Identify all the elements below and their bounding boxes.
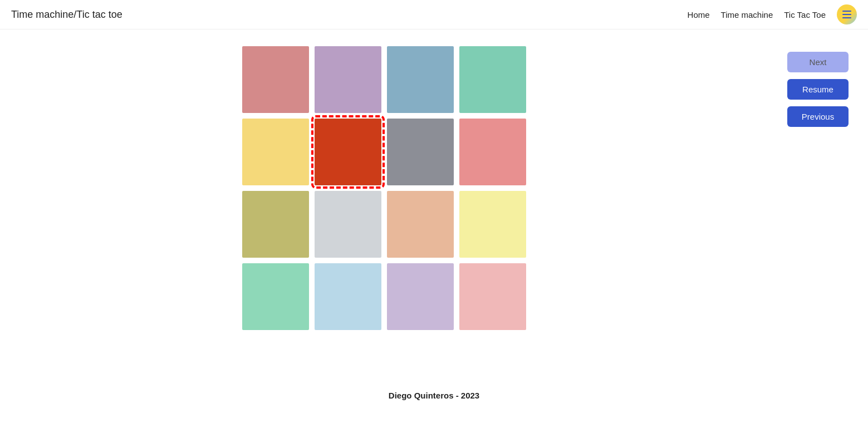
- previous-button[interactable]: Previous: [787, 106, 849, 127]
- grid-cell[interactable]: [459, 263, 526, 330]
- nav-link-tic-tac-toe[interactable]: Tic Tac Toe: [784, 10, 826, 19]
- main-content: Next Resume Previous: [0, 29, 868, 347]
- grid-area: [11, 46, 757, 330]
- grid-cell[interactable]: [387, 119, 454, 185]
- grid-cell[interactable]: [242, 263, 309, 330]
- grid-cell[interactable]: [459, 191, 526, 258]
- grid-cell[interactable]: [242, 191, 309, 258]
- grid-cell[interactable]: [315, 263, 381, 330]
- footer: Diego Quinteros - 2023: [0, 374, 868, 417]
- hamburger-line-1: [842, 11, 851, 12]
- nav-link-time-machine[interactable]: Time machine: [721, 10, 773, 19]
- page-title: Time machine/Tic tac toe: [11, 9, 122, 21]
- hamburger-line-2: [842, 14, 851, 15]
- grid-cell[interactable]: [315, 191, 381, 258]
- grid-cell[interactable]: [387, 46, 454, 113]
- nav-links: Home Time machine Tic Tac Toe: [688, 4, 857, 24]
- grid-cell[interactable]: [242, 46, 309, 113]
- grid-cell[interactable]: [459, 119, 526, 185]
- grid-cell-selected[interactable]: [315, 119, 381, 185]
- footer-text: Diego Quinteros - 2023: [389, 391, 479, 400]
- menu-toggle-button[interactable]: [837, 4, 857, 24]
- resume-button[interactable]: Resume: [787, 79, 849, 100]
- color-grid: [242, 46, 526, 330]
- hamburger-line-3: [842, 17, 851, 18]
- nav-link-home[interactable]: Home: [688, 10, 710, 19]
- next-button[interactable]: Next: [787, 52, 849, 72]
- grid-cell[interactable]: [459, 46, 526, 113]
- grid-cell[interactable]: [387, 263, 454, 330]
- grid-cell[interactable]: [387, 191, 454, 258]
- navbar: Time machine/Tic tac toe Home Time machi…: [0, 0, 868, 29]
- grid-cell[interactable]: [315, 46, 381, 113]
- controls-area: Next Resume Previous: [779, 46, 857, 330]
- grid-cell[interactable]: [242, 119, 309, 185]
